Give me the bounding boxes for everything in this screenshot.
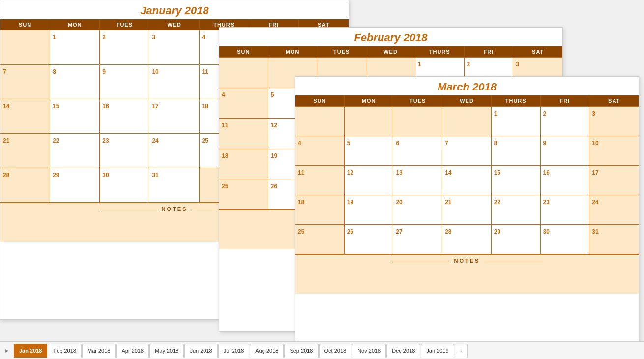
table-row: 7 xyxy=(0,65,50,99)
jan-header-sun: SUN xyxy=(0,19,50,30)
table-row: 28 xyxy=(0,168,50,203)
mar-header-fri: FRI xyxy=(541,95,590,106)
table-row xyxy=(345,107,394,136)
table-row: 8 xyxy=(492,136,541,166)
tab-jan-2018[interactable]: Jan 2018 xyxy=(14,344,47,358)
table-row: 11 xyxy=(219,119,268,149)
table-row: 10 xyxy=(149,65,199,99)
table-row: 17 xyxy=(149,99,199,134)
mar-header-thurs: THURS xyxy=(492,95,541,106)
table-row xyxy=(393,107,442,136)
table-row: 4 xyxy=(219,88,268,119)
table-row: 24 xyxy=(589,195,639,225)
table-row: 4 xyxy=(295,136,345,166)
table-row: 25 xyxy=(295,225,345,254)
table-row: 22 xyxy=(492,195,541,225)
table-row: 18 xyxy=(295,195,345,225)
table-row: 5 xyxy=(345,136,394,166)
table-row xyxy=(219,58,268,88)
table-row: 3 xyxy=(149,30,199,65)
mar-header: SUN MON TUES WED THURS FRI SAT xyxy=(295,95,639,106)
table-row: 17 xyxy=(589,166,639,195)
calendar-area: January 2018 SUN MON TUES WED THURS FRI … xyxy=(0,0,644,341)
table-row: 15 xyxy=(492,166,541,195)
table-row: 31 xyxy=(589,225,639,254)
table-row: 23 xyxy=(100,134,149,168)
feb-header-sat: SAT xyxy=(513,46,562,57)
tab-mar-2018[interactable]: Mar 2018 xyxy=(82,344,116,358)
table-row xyxy=(0,30,50,65)
table-row: 18 xyxy=(219,149,268,180)
table-row: 13 xyxy=(393,166,442,195)
tab-bar: ▶ Jan 2018 Feb 2018 Mar 2018 Apr 2018 Ma… xyxy=(0,341,644,359)
tab-sep-2018[interactable]: Sep 2018 xyxy=(284,344,318,358)
table-row: 14 xyxy=(442,166,492,195)
table-row xyxy=(442,107,492,136)
tab-nov-2018[interactable]: Nov 2018 xyxy=(352,344,386,358)
feb-header: SUN MON TUES WED THURS FRI SAT xyxy=(219,46,562,57)
table-row: 9 xyxy=(541,136,590,166)
table-row: 21 xyxy=(0,134,50,168)
table-row: 23 xyxy=(541,195,590,225)
mar-notes: NOTES xyxy=(295,254,639,294)
tab-oct-2018[interactable]: Oct 2018 xyxy=(319,344,352,358)
mar-header-sat: SAT xyxy=(589,95,639,106)
table-row: 14 xyxy=(0,99,50,134)
table-row: 25 xyxy=(219,180,268,210)
tab-aug-2018[interactable]: Aug 2018 xyxy=(250,344,284,358)
table-row: 11 xyxy=(295,166,345,195)
tab-dec-2018[interactable]: Dec 2018 xyxy=(386,344,420,358)
mar-body: 1 2 3 4 5 6 7 8 9 10 11 12 13 14 15 16 1… xyxy=(295,106,639,254)
table-row: 21 xyxy=(442,195,492,225)
table-row: 8 xyxy=(50,65,100,99)
feb-header-mon: MON xyxy=(268,46,318,57)
tab-scroll-arrow[interactable]: ▶ xyxy=(2,346,12,356)
table-row: 24 xyxy=(149,134,199,168)
table-row: 31 xyxy=(149,168,199,203)
table-row: 3 xyxy=(589,107,639,136)
table-row: 2 xyxy=(100,30,149,65)
table-row: 12 xyxy=(345,166,394,195)
table-row: 7 xyxy=(442,136,492,166)
mar-header-sun: SUN xyxy=(295,95,345,106)
table-row: 26 xyxy=(345,225,394,254)
tab-jan-2019[interactable]: Jan 2019 xyxy=(421,344,454,358)
table-row: 16 xyxy=(541,166,590,195)
table-row: 1 xyxy=(50,30,100,65)
table-row: 20 xyxy=(393,195,442,225)
tab-apr-2018[interactable]: Apr 2018 xyxy=(116,344,149,358)
table-row: 9 xyxy=(100,65,149,99)
table-row: 29 xyxy=(50,168,100,203)
feb-title: February 2018 xyxy=(219,28,562,46)
table-row: 15 xyxy=(50,99,100,134)
table-row: 27 xyxy=(393,225,442,254)
jan-title: January 2018 xyxy=(0,0,349,19)
feb-header-wed: WED xyxy=(366,46,415,57)
mar-header-wed: WED xyxy=(442,95,492,106)
jan-notes-label: NOTES xyxy=(162,206,188,212)
tab-may-2018[interactable]: May 2018 xyxy=(149,344,184,358)
feb-header-thurs: THURS xyxy=(415,46,465,57)
mar-header-tues: TUES xyxy=(393,95,442,106)
tab-feb-2018[interactable]: Feb 2018 xyxy=(48,344,81,358)
table-row: 30 xyxy=(541,225,590,254)
tab-jul-2018[interactable]: Jul 2018 xyxy=(218,344,250,358)
table-row: 29 xyxy=(492,225,541,254)
table-row xyxy=(295,107,345,136)
mar-header-mon: MON xyxy=(345,95,394,106)
march-calendar: March 2018 SUN MON TUES WED THURS FRI SA… xyxy=(295,76,639,341)
mar-notes-label: NOTES xyxy=(454,258,480,264)
table-row: 1 xyxy=(492,107,541,136)
tab-jun-2018[interactable]: Jun 2018 xyxy=(184,344,217,358)
table-row: 10 xyxy=(589,136,639,166)
jan-header-wed: WED xyxy=(149,19,199,30)
feb-header-tues: TUES xyxy=(317,46,366,57)
table-row: 28 xyxy=(442,225,492,254)
table-row: 2 xyxy=(541,107,590,136)
feb-header-fri: FRI xyxy=(465,46,514,57)
table-row: 6 xyxy=(393,136,442,166)
feb-header-sun: SUN xyxy=(219,46,268,57)
table-row: 30 xyxy=(100,168,149,203)
jan-header-mon: MON xyxy=(50,19,100,30)
tab-add-button[interactable]: + xyxy=(455,344,468,358)
